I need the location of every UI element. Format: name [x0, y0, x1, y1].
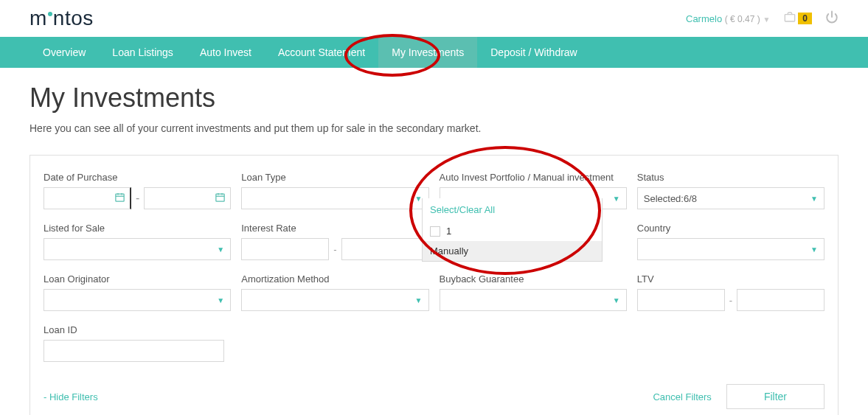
nav-label: Deposit / Withdraw	[490, 46, 577, 58]
dropdown-select-clear-all[interactable]: Select/Clear All	[423, 198, 602, 221]
filter-ltv: LTV -	[637, 273, 824, 311]
amortization-select[interactable]: ▼	[241, 289, 428, 311]
nav-auto-invest[interactable]: Auto Invest	[187, 37, 265, 68]
filter-date-of-purchase: Date of Purchase -	[44, 172, 231, 209]
main-nav: Overview Loan Listings Auto Invest Accou…	[0, 37, 868, 68]
nav-deposit-withdraw[interactable]: Deposit / Withdraw	[477, 37, 590, 68]
auto-invest-dropdown-panel: Select/Clear All 1 Manually	[422, 198, 603, 262]
ltv-from-input[interactable]	[637, 289, 725, 311]
date-from-input[interactable]	[44, 187, 131, 209]
filter-label: Country	[637, 223, 824, 234]
filter-label: LTV	[637, 273, 824, 285]
filter-status: Status Selected:6/8 ▼	[637, 172, 824, 209]
page-title: My Investments	[29, 83, 839, 114]
dropdown-option-1[interactable]: 1	[423, 221, 602, 241]
loan-type-select[interactable]: ▼	[241, 187, 428, 209]
status-value: Selected:6/8	[644, 193, 697, 204]
status-select[interactable]: Selected:6/8 ▼	[637, 187, 824, 209]
chevron-down-icon: ▼	[415, 195, 423, 203]
filter-panel: Select/Clear All 1 Manually Date of Purc…	[29, 155, 839, 415]
listed-for-sale-select[interactable]: ▼	[44, 238, 231, 260]
briefcase-button[interactable]: 0	[783, 11, 812, 26]
user-name: Carmelo	[686, 13, 722, 24]
chevron-down-icon: ▼	[217, 296, 224, 304]
filter-country: Country ▼	[637, 223, 824, 260]
nav-account-statement[interactable]: Account Statement	[265, 37, 378, 68]
logo-suffix: ntos	[53, 7, 94, 30]
country-select[interactable]: ▼	[637, 238, 824, 260]
filter-loan-type: Loan Type ▼	[241, 172, 428, 209]
range-separator: -	[333, 244, 336, 255]
logo-prefix: m	[29, 7, 47, 30]
nav-label: My Investments	[392, 46, 464, 58]
nav-label: Overview	[43, 46, 86, 58]
chevron-down-icon: ▼	[217, 245, 224, 254]
nav-label: Account Statement	[278, 46, 365, 58]
nav-label: Auto Invest	[200, 46, 251, 58]
nav-loan-listings[interactable]: Loan Listings	[99, 37, 187, 68]
date-to-input[interactable]	[144, 187, 231, 209]
logout-button[interactable]	[825, 10, 839, 27]
buyback-select[interactable]: ▼	[440, 289, 627, 311]
filter-listed-for-sale: Listed for Sale ▼	[44, 223, 231, 260]
filter-loan-id: Loan ID	[44, 324, 231, 362]
range-separator: -	[729, 295, 732, 306]
loan-originator-select[interactable]: ▼	[44, 289, 231, 311]
nav-overview[interactable]: Overview	[29, 37, 99, 68]
briefcase-badge: 0	[798, 13, 812, 24]
chevron-down-icon: ▼	[415, 296, 423, 304]
dropdown-option-manually[interactable]: Manually	[423, 241, 602, 261]
chevron-down-icon: ▼	[810, 245, 818, 254]
interest-rate-from-input[interactable]	[241, 238, 329, 260]
filter-label: Loan Originator	[44, 273, 231, 285]
svg-rect-6	[216, 194, 224, 201]
calendar-icon	[215, 192, 226, 205]
nav-my-investments[interactable]: My Investments	[378, 37, 477, 68]
filter-label: Status	[637, 172, 824, 183]
filter-loan-originator: Loan Originator ▼	[44, 273, 231, 311]
filter-label: Auto Invest Portfolio / Manual investmen…	[440, 172, 627, 183]
filter-amortization: Amortization Method ▼	[241, 273, 428, 311]
filter-label: Date of Purchase	[44, 172, 231, 183]
checkbox-icon	[430, 226, 440, 237]
calendar-icon	[114, 192, 125, 205]
filter-button[interactable]: Filter	[726, 384, 824, 409]
cancel-filters-link[interactable]: Cancel Filters	[653, 391, 711, 402]
filter-interest-rate: Interest Rate -	[241, 223, 428, 260]
range-separator: -	[131, 192, 144, 205]
user-balance: ( € 0.47 )	[725, 14, 760, 24]
hide-filters-link[interactable]: - Hide Filters	[44, 391, 98, 402]
dropdown-option-label: 1	[446, 226, 451, 237]
page-description: Here you can see all of your current inv…	[29, 122, 839, 134]
filter-label: Buyback Guarantee	[440, 273, 627, 285]
chevron-down-icon: ▼	[763, 15, 770, 24]
loan-id-input[interactable]	[44, 340, 224, 362]
briefcase-icon	[783, 11, 796, 26]
user-menu[interactable]: Carmelo ( € 0.47 ) ▼	[686, 13, 770, 24]
chevron-down-icon: ▼	[613, 296, 620, 304]
filter-label: Interest Rate	[241, 223, 428, 234]
ltv-to-input[interactable]	[737, 289, 824, 311]
logo-dot-icon	[48, 12, 52, 16]
chevron-down-icon: ▼	[613, 195, 620, 203]
interest-rate-to-input[interactable]	[341, 238, 429, 260]
filter-label: Listed for Sale	[44, 223, 231, 234]
filter-label: Loan Type	[241, 172, 428, 183]
svg-rect-2	[116, 194, 124, 201]
filter-buyback: Buyback Guarantee ▼	[440, 273, 627, 311]
dropdown-option-label: Manually	[430, 245, 468, 257]
svg-rect-0	[785, 15, 795, 21]
filter-label: Amortization Method	[241, 273, 428, 285]
nav-label: Loan Listings	[112, 46, 173, 58]
chevron-down-icon: ▼	[810, 195, 818, 203]
filter-label: Loan ID	[44, 324, 231, 335]
mintos-logo[interactable]: mntos	[29, 7, 94, 30]
